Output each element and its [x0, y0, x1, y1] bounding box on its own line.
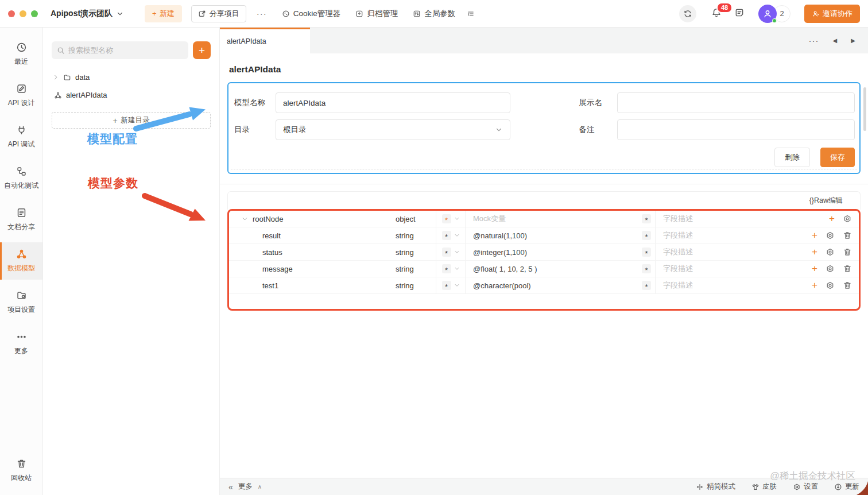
- notifications-button[interactable]: 48: [711, 7, 722, 20]
- field-settings-icon[interactable]: [826, 248, 835, 257]
- sidebar-item-project-settings[interactable]: 项目设置: [0, 284, 42, 321]
- team-selector[interactable]: Apipost演示团队: [51, 9, 124, 19]
- save-button[interactable]: 保存: [820, 148, 855, 167]
- new-button[interactable]: + 新建: [145, 5, 182, 22]
- sidebar-item-recycle-bin[interactable]: 回收站: [0, 452, 42, 489]
- mock-input[interactable]: @character(pool): [465, 277, 638, 293]
- raw-edit-button[interactable]: {}Raw编辑: [809, 196, 843, 206]
- sidebar-item-api-design[interactable]: API 设计: [0, 77, 42, 114]
- delete-button[interactable]: 删除: [774, 148, 810, 167]
- search-box[interactable]: [52, 41, 188, 59]
- invite-collaborate-button[interactable]: 邀请协作: [804, 5, 860, 23]
- field-settings-icon[interactable]: [843, 214, 852, 223]
- mock-flag-button[interactable]: *: [642, 214, 651, 223]
- minimize-window-button[interactable]: [20, 10, 26, 17]
- mock-flag-button[interactable]: *: [642, 264, 651, 273]
- user-avatar[interactable]: [758, 5, 777, 23]
- param-type[interactable]: string: [396, 281, 436, 290]
- description-input[interactable]: 字段描述: [655, 261, 803, 277]
- env-list-button[interactable]: [467, 10, 475, 18]
- archive-manager-button[interactable]: 归档管理: [355, 9, 398, 19]
- chevron-right-icon[interactable]: [53, 74, 59, 80]
- required-select[interactable]: *: [436, 227, 465, 243]
- required-select[interactable]: *: [436, 211, 465, 227]
- delete-field-icon[interactable]: [843, 281, 852, 290]
- update-button[interactable]: 更新: [834, 482, 859, 492]
- mock-input[interactable]: @float( 1, 10, 2, 5 ): [465, 261, 638, 277]
- description-input[interactable]: 字段描述: [655, 227, 803, 243]
- display-name-input[interactable]: [625, 99, 848, 107]
- table-row-test1: test1 string * @character(pool) * 字段描述: [229, 277, 859, 294]
- sidebar-item-data-model[interactable]: 数据模型: [0, 242, 42, 280]
- feedback-button[interactable]: [734, 7, 745, 20]
- chevron-down-icon[interactable]: [242, 216, 248, 222]
- mock-flag-button[interactable]: *: [642, 248, 651, 257]
- required-select[interactable]: *: [436, 277, 465, 293]
- tab-alertapidata[interactable]: alertAPIdata: [220, 28, 310, 53]
- param-type[interactable]: string: [396, 248, 436, 257]
- delete-field-icon[interactable]: [843, 248, 852, 257]
- field-settings-icon[interactable]: [826, 231, 835, 240]
- description-input[interactable]: 字段描述: [655, 277, 803, 293]
- sync-button[interactable]: [679, 5, 696, 22]
- description-input[interactable]: 字段描述: [655, 211, 803, 227]
- scrollbar-thumb[interactable]: [863, 87, 866, 131]
- sidebar-item-recent[interactable]: 最近: [0, 36, 42, 73]
- add-field-button[interactable]: +: [812, 248, 817, 256]
- mock-flag-button[interactable]: *: [642, 281, 651, 290]
- sidebar-item-api-debug[interactable]: API 调试: [0, 118, 42, 156]
- param-name-cell[interactable]: message: [229, 265, 396, 273]
- tab-prev-icon[interactable]: ◀: [833, 37, 838, 44]
- param-type[interactable]: string: [396, 265, 436, 273]
- close-window-button[interactable]: [8, 10, 15, 17]
- mock-input[interactable]: Mock变量: [465, 211, 638, 227]
- more-menu-icon[interactable]: ···: [257, 9, 267, 18]
- compact-mode-button[interactable]: 精简模式: [696, 482, 735, 492]
- sidebar-item-more[interactable]: 更多: [0, 325, 42, 362]
- param-name-cell[interactable]: rootNode: [229, 215, 396, 223]
- param-name-cell[interactable]: status: [229, 248, 396, 257]
- tree-model-alertapidata[interactable]: alertAPIdata: [52, 86, 211, 104]
- required-select[interactable]: *: [436, 261, 465, 277]
- required-select[interactable]: *: [436, 244, 465, 260]
- param-name-cell[interactable]: test1: [229, 281, 396, 290]
- model-name-input[interactable]: [283, 99, 503, 107]
- add-field-button[interactable]: +: [812, 265, 817, 273]
- zoom-window-button[interactable]: [31, 10, 38, 17]
- tab-next-icon[interactable]: ▶: [851, 37, 855, 44]
- field-settings-icon[interactable]: [826, 264, 835, 273]
- mock-input[interactable]: @integer(1,100): [465, 244, 638, 260]
- settings-button[interactable]: 设置: [793, 482, 818, 492]
- tree-folder-data[interactable]: data: [52, 68, 211, 86]
- skin-button[interactable]: 皮肤: [751, 482, 777, 492]
- mock-input[interactable]: @natural(1,100): [465, 227, 638, 243]
- sidebar-item-doc-share[interactable]: 文档分享: [0, 201, 42, 238]
- delete-field-icon[interactable]: [843, 264, 852, 273]
- param-type[interactable]: object: [396, 215, 436, 223]
- add-field-button[interactable]: +: [812, 281, 817, 289]
- param-type[interactable]: string: [396, 231, 436, 240]
- global-params-button[interactable]: 全局参数: [413, 9, 455, 19]
- delete-field-icon[interactable]: [843, 231, 852, 240]
- tab-more-icon[interactable]: ···: [809, 36, 819, 45]
- collapse-more-button[interactable]: « 更多 ∧: [228, 482, 262, 492]
- new-directory-button[interactable]: + 新建目录: [52, 112, 211, 129]
- share-project-button[interactable]: 分享项目: [191, 5, 246, 22]
- online-status-dot: [772, 18, 777, 23]
- add-field-button[interactable]: +: [812, 231, 817, 239]
- notification-count-badge: 48: [716, 2, 733, 13]
- description-input[interactable]: 字段描述: [655, 244, 803, 260]
- add-model-button[interactable]: +: [193, 41, 211, 59]
- cookie-manager-button[interactable]: Cookie管理器: [282, 9, 341, 19]
- search-input[interactable]: [68, 46, 183, 55]
- directory-select[interactable]: 根目录: [276, 119, 510, 140]
- param-name: test1: [262, 281, 278, 290]
- splitter-handle[interactable]: [231, 169, 857, 169]
- param-name-cell[interactable]: result: [229, 231, 396, 240]
- remark-input[interactable]: [625, 126, 848, 134]
- add-field-button[interactable]: +: [829, 215, 835, 223]
- sidebar-item-automation[interactable]: 自动化测试: [0, 160, 42, 197]
- field-settings-icon[interactable]: [826, 281, 835, 290]
- mock-flag-button[interactable]: *: [642, 231, 651, 240]
- window-controls: [8, 10, 38, 17]
